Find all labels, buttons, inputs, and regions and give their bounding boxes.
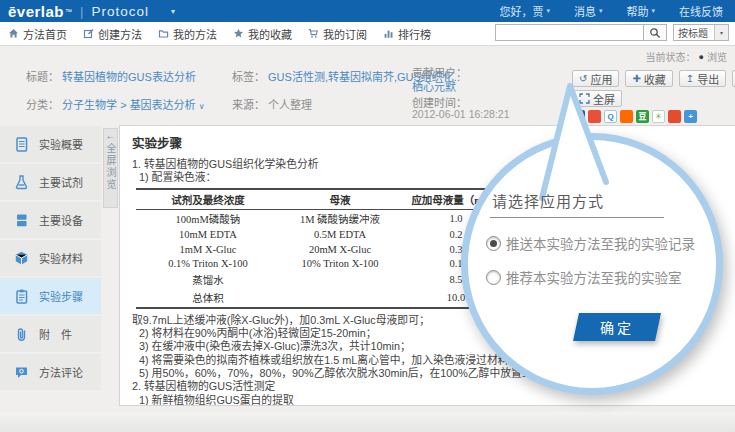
radio-unselected-icon[interactable] (486, 270, 501, 285)
popup-divider (490, 217, 664, 218)
apply-popup: 请选择应用方式 推送本实验方法至我的实验记录 推荐本实验方法至我的实验室 确定 (0, 0, 735, 432)
popup-title: 请选择应用方式 (492, 190, 604, 211)
option-recommend-to-lab[interactable]: 推荐本实验方法至我的实验室 (486, 267, 682, 287)
option-push-to-records[interactable]: 推送本实验方法至我的实验记录 (486, 233, 695, 253)
radio-selected-icon[interactable] (486, 236, 501, 251)
confirm-button[interactable]: 确定 (573, 313, 661, 341)
